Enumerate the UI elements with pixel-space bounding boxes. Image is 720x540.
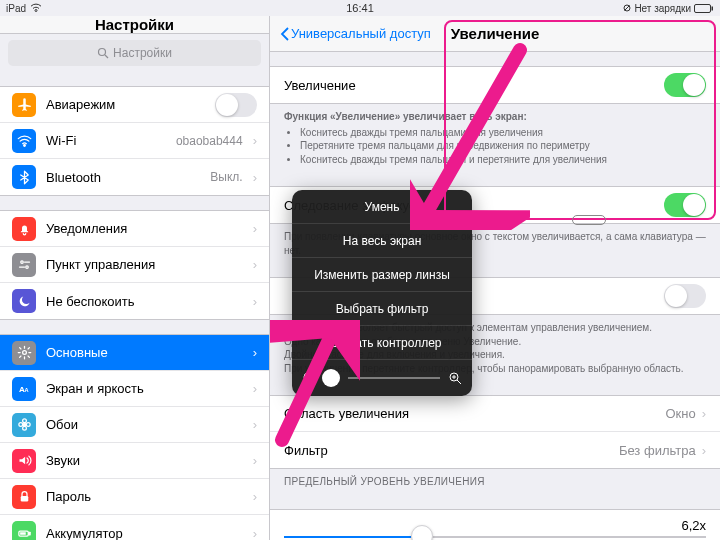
svg-line-29 bbox=[457, 380, 461, 384]
sidebar-item-label: Wi-Fi bbox=[46, 133, 166, 148]
follow-focus-toggle[interactable] bbox=[664, 193, 706, 217]
settings-sidebar: Настройки Настройки АвиарежимWi-Fiobaoba… bbox=[0, 16, 270, 540]
moon-icon bbox=[12, 289, 36, 313]
svg-line-25 bbox=[311, 380, 315, 384]
battery-icon bbox=[12, 521, 36, 540]
svg-point-16 bbox=[22, 426, 26, 430]
svg-text:A: A bbox=[24, 387, 28, 393]
sound-icon bbox=[12, 449, 36, 473]
popover-item[interactable]: На весь экран bbox=[292, 224, 472, 258]
svg-point-15 bbox=[22, 419, 26, 423]
sidebar-item-bluetooth[interactable]: BluetoothВыкл.› bbox=[0, 159, 269, 195]
svg-line-1 bbox=[625, 6, 630, 11]
svg-point-9 bbox=[25, 266, 28, 269]
popover-item[interactable]: Изменить размер линзы bbox=[292, 258, 472, 292]
back-button[interactable]: Универсальный доступ bbox=[280, 26, 431, 41]
chevron-right-icon: › bbox=[253, 381, 257, 396]
svg-rect-2 bbox=[695, 4, 711, 12]
svg-rect-3 bbox=[712, 6, 714, 10]
popover-item[interactable]: Выбрать фильтр bbox=[292, 292, 472, 326]
zoom-region-row[interactable]: Область увеличения Окно › bbox=[270, 396, 720, 432]
sidebar-item-уведомления[interactable]: Уведомления› bbox=[0, 211, 269, 247]
svg-point-7 bbox=[20, 261, 23, 264]
zoom-popover: УменьНа весь экранИзменить размер линзыВ… bbox=[292, 190, 472, 396]
svg-line-5 bbox=[105, 55, 108, 58]
sidebar-item-label: Аккумулятор bbox=[46, 526, 243, 541]
zoom-max-slider[interactable] bbox=[270, 510, 720, 541]
chevron-right-icon: › bbox=[702, 406, 706, 421]
sidebar-item-label: Обои bbox=[46, 417, 243, 432]
flower-icon bbox=[12, 413, 36, 437]
svg-point-18 bbox=[26, 423, 30, 427]
toggle[interactable] bbox=[215, 93, 257, 117]
sidebar-item-авиарежим[interactable]: Авиарежим bbox=[0, 87, 269, 123]
svg-point-14 bbox=[23, 423, 26, 426]
status-bar: iPad 16:41 Нет зарядки bbox=[0, 0, 720, 16]
status-right: Нет зарядки bbox=[623, 3, 714, 14]
svg-point-17 bbox=[18, 423, 22, 427]
chevron-right-icon: › bbox=[253, 417, 257, 432]
chevron-right-icon: › bbox=[253, 453, 257, 468]
chevron-right-icon: › bbox=[253, 294, 257, 309]
airplane-icon bbox=[12, 93, 36, 117]
svg-rect-21 bbox=[28, 532, 29, 535]
battery-icon bbox=[694, 4, 714, 13]
wifi-icon bbox=[30, 3, 42, 13]
popover-item[interactable]: Умень bbox=[292, 190, 472, 224]
svg-point-4 bbox=[99, 49, 106, 56]
slider-value: 6,2x bbox=[681, 518, 706, 533]
sidebar-item-обои[interactable]: Обои› bbox=[0, 407, 269, 443]
sidebar-item-label: Bluetooth bbox=[46, 170, 200, 185]
zoom-toggle-row[interactable]: Увеличение bbox=[270, 67, 720, 103]
info-bullet: Коснитесь дважды тремя пальцами для увел… bbox=[300, 126, 706, 140]
keyboard-toggle[interactable] bbox=[664, 284, 706, 308]
chevron-left-icon bbox=[280, 27, 289, 41]
sidebar-item-звуки[interactable]: Звуки› bbox=[0, 443, 269, 479]
slider-thumb[interactable] bbox=[411, 525, 433, 541]
bluetooth-icon bbox=[12, 165, 36, 189]
chevron-right-icon: › bbox=[253, 345, 257, 360]
sidebar-item-пароль[interactable]: Пароль› bbox=[0, 479, 269, 515]
search-input[interactable]: Настройки bbox=[8, 40, 261, 66]
zoom-in-icon bbox=[448, 371, 462, 385]
svg-rect-22 bbox=[20, 532, 26, 535]
search-icon bbox=[97, 47, 109, 59]
wifi-icon bbox=[12, 129, 36, 153]
sidebar-item-пункт-управления[interactable]: Пункт управления› bbox=[0, 247, 269, 283]
zoom-filter-row[interactable]: Фильтр Без фильтра › bbox=[270, 432, 720, 468]
lock-icon bbox=[12, 485, 36, 509]
sidebar-header: Настройки bbox=[0, 16, 269, 34]
chevron-right-icon: › bbox=[702, 443, 706, 458]
popover-item[interactable]: Показать контроллер bbox=[292, 326, 472, 360]
chevron-right-icon: › bbox=[253, 257, 257, 272]
row-value: obaobab444 bbox=[176, 134, 243, 148]
info-bullet: Перетяните тремя пальцами для передвижен… bbox=[300, 139, 706, 153]
row-value: Выкл. bbox=[210, 170, 242, 184]
svg-rect-19 bbox=[20, 496, 28, 502]
no-charge-icon bbox=[623, 4, 631, 12]
sidebar-item-основные[interactable]: Основные› bbox=[0, 335, 269, 371]
sidebar-item-label: Пункт управления bbox=[46, 257, 243, 272]
info-bullet: Коснитесь дважды тремя пальцами и перетя… bbox=[300, 153, 706, 167]
aa-icon: AA bbox=[12, 377, 36, 401]
sidebar-item-wi-fi[interactable]: Wi-Fiobaobab444› bbox=[0, 123, 269, 159]
svg-point-6 bbox=[23, 145, 25, 147]
sidebar-item-label: Уведомления bbox=[46, 221, 243, 236]
detail-header: Универсальный доступ Увеличение bbox=[270, 16, 720, 52]
sidebar-item-экран-и-яркость[interactable]: AAЭкран и яркость› bbox=[0, 371, 269, 407]
chevron-right-icon: › bbox=[253, 526, 257, 541]
sidebar-item-label: Экран и яркость bbox=[46, 381, 243, 396]
popover-slider-row[interactable] bbox=[292, 360, 472, 396]
zoom-out-icon bbox=[302, 371, 316, 385]
sidebar-item-аккумулятор[interactable]: Аккумулятор› bbox=[0, 515, 269, 540]
device-label: iPad bbox=[6, 3, 26, 14]
status-time: 16:41 bbox=[346, 2, 374, 14]
sidebar-item-label: Не беспокоить bbox=[46, 294, 243, 309]
svg-point-11 bbox=[22, 351, 26, 355]
chevron-right-icon: › bbox=[253, 221, 257, 236]
gear-icon bbox=[12, 341, 36, 365]
sidebar-item-не-беспокоить[interactable]: Не беспокоить› bbox=[0, 283, 269, 319]
zoom-toggle[interactable] bbox=[664, 73, 706, 97]
popover-slider-thumb[interactable] bbox=[322, 369, 340, 387]
chevron-right-icon: › bbox=[253, 133, 257, 148]
